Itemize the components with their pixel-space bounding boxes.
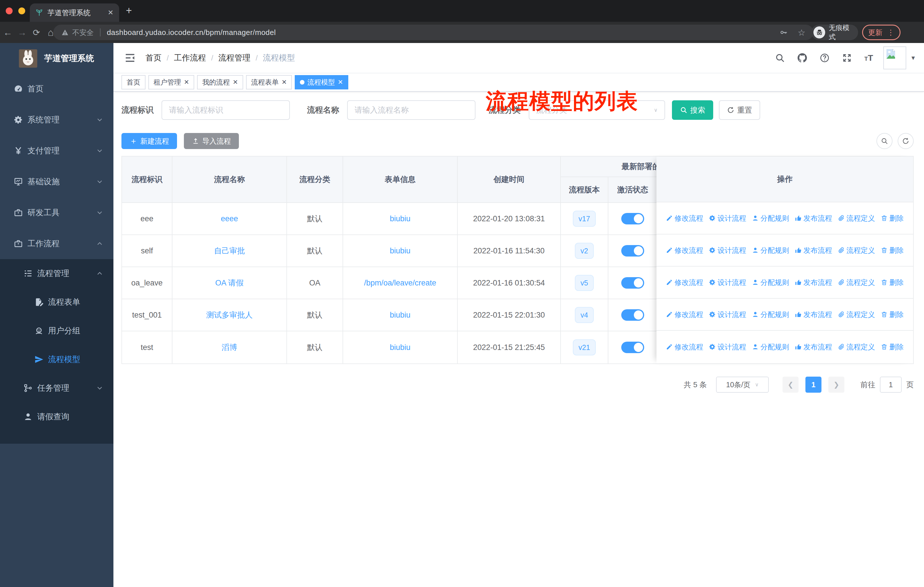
sidebar-item-workflow[interactable]: 工作流程 <box>0 228 114 259</box>
process-name-link[interactable]: eeee <box>221 214 238 223</box>
action-publish-link[interactable]: 发布流程 <box>795 342 832 352</box>
action-assign-link[interactable]: 分配规则 <box>752 278 789 287</box>
tab-close-icon[interactable]: ✕ <box>108 8 114 17</box>
process-name-link[interactable]: 自己审批 <box>214 246 245 256</box>
tag-tab-租户管理[interactable]: 租户管理✕ <box>148 75 194 89</box>
action-definition-link[interactable]: 流程定义 <box>838 310 875 319</box>
sidebar-item-devtool[interactable]: 研发工具 <box>0 197 114 228</box>
form-info-link[interactable]: biubiu <box>390 246 411 255</box>
breadcrumb-item[interactable]: 首页 <box>145 53 162 63</box>
forward-icon[interactable]: → <box>15 27 29 38</box>
action-definition-link[interactable]: 流程定义 <box>838 246 875 255</box>
tag-tab-流程表单[interactable]: 流程表单✕ <box>246 75 292 89</box>
help-icon[interactable] <box>820 53 830 63</box>
fullscreen-icon[interactable] <box>842 53 852 63</box>
sidebar-fold-icon[interactable] <box>124 52 136 64</box>
sidebar-item-home[interactable]: 首页 <box>0 73 114 104</box>
form-info-link[interactable]: biubiu <box>390 343 411 352</box>
next-page-button[interactable]: ❯ <box>828 377 844 393</box>
breadcrumb-item[interactable]: 工作流程 <box>174 53 206 63</box>
action-definition-link[interactable]: 流程定义 <box>838 342 875 352</box>
action-modify-link[interactable]: 修改流程 <box>666 213 703 223</box>
sidebar-item-bpm-model[interactable]: 流程模型 <box>0 345 114 374</box>
process-name-link[interactable]: 滔博 <box>222 342 237 352</box>
chevron-down-icon[interactable]: ▼ <box>910 55 916 61</box>
action-publish-link[interactable]: 发布流程 <box>795 213 832 223</box>
address-bar[interactable]: 不安全 dashboard.yudao.iocoder.cn/bpm/manag… <box>53 25 813 40</box>
sidebar-item-bpm-form[interactable]: 流程表单 <box>0 288 114 316</box>
action-assign-link[interactable]: 分配规则 <box>752 213 789 223</box>
minimize-window-button[interactable] <box>18 7 25 14</box>
action-definition-link[interactable]: 流程定义 <box>838 213 875 223</box>
action-modify-link[interactable]: 修改流程 <box>666 310 703 319</box>
close-icon[interactable]: ✕ <box>338 79 343 85</box>
action-assign-link[interactable]: 分配规则 <box>752 246 789 255</box>
close-icon[interactable]: ✕ <box>282 79 287 85</box>
goto-page-input[interactable] <box>880 377 902 393</box>
sidebar-item-bpm-manage[interactable]: 流程管理 <box>0 259 114 288</box>
url-text[interactable]: dashboard.yudao.iocoder.cn/bpm/manager/m… <box>107 28 276 37</box>
tag-tab-我的流程[interactable]: 我的流程✕ <box>197 75 243 89</box>
security-label[interactable]: 不安全 <box>72 28 94 37</box>
action-design-link[interactable]: 设计流程 <box>709 246 746 255</box>
github-icon[interactable] <box>797 53 807 63</box>
key-icon[interactable] <box>779 28 788 37</box>
close-icon[interactable]: ✕ <box>184 79 189 85</box>
reload-icon[interactable]: ⟳ <box>30 28 43 38</box>
action-assign-link[interactable]: 分配规则 <box>752 342 789 352</box>
close-icon[interactable]: ✕ <box>233 79 238 85</box>
action-modify-link[interactable]: 修改流程 <box>666 278 703 287</box>
active-toggle[interactable] <box>621 309 644 321</box>
form-info-link[interactable]: biubiu <box>390 311 411 319</box>
sidebar-item-leave[interactable]: 请假查询 <box>0 402 114 431</box>
action-delete-link[interactable]: 删除 <box>881 310 904 319</box>
action-delete-link[interactable]: 删除 <box>881 246 904 255</box>
active-toggle[interactable] <box>621 342 644 353</box>
process-name-link[interactable]: 测试多审批人 <box>206 310 252 320</box>
bookmark-star-icon[interactable]: ☆ <box>798 28 805 38</box>
show-search-button[interactable] <box>876 133 893 149</box>
form-info-link[interactable]: /bpm/oa/leave/create <box>364 279 436 288</box>
action-definition-link[interactable]: 流程定义 <box>838 278 875 287</box>
page-size-select[interactable]: 10条/页 ∨ <box>716 377 769 393</box>
active-toggle[interactable] <box>621 277 644 289</box>
active-toggle[interactable] <box>621 213 644 225</box>
action-publish-link[interactable]: 发布流程 <box>795 246 832 255</box>
search-icon[interactable] <box>775 53 785 63</box>
action-publish-link[interactable]: 发布流程 <box>795 310 832 319</box>
new-tab-button[interactable]: + <box>122 4 136 18</box>
action-design-link[interactable]: 设计流程 <box>709 342 746 352</box>
process-name-link[interactable]: OA 请假 <box>215 278 243 288</box>
current-page-button[interactable]: 1 <box>805 377 822 393</box>
sidebar-item-task[interactable]: 任务管理 <box>0 374 114 402</box>
action-delete-link[interactable]: 删除 <box>881 342 904 352</box>
sidebar-item-system[interactable]: 系统管理 <box>0 104 114 135</box>
browser-menu-icon[interactable]: ⋮ <box>887 28 894 37</box>
action-delete-link[interactable]: 删除 <box>881 213 904 223</box>
filter-name-input[interactable] <box>347 100 475 120</box>
action-design-link[interactable]: 设计流程 <box>709 213 746 223</box>
action-assign-link[interactable]: 分配规则 <box>752 310 789 319</box>
prev-page-button[interactable]: ❮ <box>782 377 799 393</box>
browser-update-button[interactable]: 更新 ⋮ <box>862 25 901 40</box>
user-avatar[interactable] <box>883 46 906 69</box>
action-modify-link[interactable]: 修改流程 <box>666 246 703 255</box>
action-design-link[interactable]: 设计流程 <box>709 278 746 287</box>
create-process-button[interactable]: ＋ 新建流程 <box>121 133 177 149</box>
action-delete-link[interactable]: 删除 <box>881 278 904 287</box>
refresh-table-button[interactable] <box>898 133 914 149</box>
tag-tab-流程模型[interactable]: 流程模型✕ <box>295 75 348 89</box>
tag-tab-首页[interactable]: 首页 <box>121 75 145 89</box>
active-toggle[interactable] <box>621 245 644 256</box>
action-publish-link[interactable]: 发布流程 <box>795 278 832 287</box>
sidebar-item-infra[interactable]: 基础设施 <box>0 166 114 197</box>
search-button[interactable]: 搜索 <box>672 100 713 120</box>
action-modify-link[interactable]: 修改流程 <box>666 342 703 352</box>
import-process-button[interactable]: 导入流程 <box>184 133 239 149</box>
font-size-icon[interactable]: TT <box>865 53 873 63</box>
back-icon[interactable]: ← <box>1 27 14 38</box>
filter-id-input[interactable] <box>162 100 290 120</box>
sidebar-item-user-group[interactable]: 用户分组 <box>0 316 114 345</box>
action-design-link[interactable]: 设计流程 <box>709 310 746 319</box>
form-info-link[interactable]: biubiu <box>390 214 411 223</box>
